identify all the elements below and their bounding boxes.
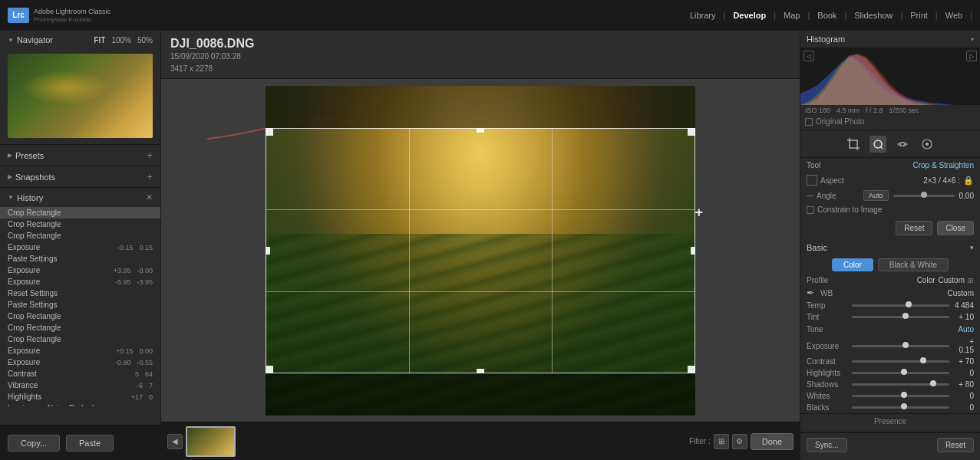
history-item[interactable]: Highlights +170 (0, 391, 160, 402)
filmstrip-settings-btn[interactable]: ⚙ (732, 434, 747, 449)
profile-value[interactable]: Color (917, 276, 935, 284)
wb-row: ✒ WB Custom (800, 286, 980, 300)
crop-handle-mid-right[interactable] (691, 247, 695, 255)
history-item[interactable]: Crop Rectangle (0, 207, 160, 219)
history-item[interactable]: Crop Rectangle (0, 310, 160, 322)
temp-slider[interactable] (852, 304, 949, 307)
rp-reset-button[interactable]: Reset (937, 438, 974, 452)
crop-handle-mid-left[interactable] (266, 247, 270, 255)
filmstrip-collapse-btn[interactable]: ◀ (167, 434, 183, 449)
history-item[interactable]: Vibrance -67 (0, 380, 160, 391)
nav-web[interactable]: Web (939, 8, 968, 23)
angle-value: 0.00 (959, 192, 974, 200)
history-item[interactable]: Crop Rectangle (0, 230, 160, 242)
fit-btn[interactable]: FIT (94, 36, 105, 44)
histogram-header[interactable]: Histogram ▾ (800, 31, 980, 48)
history-item[interactable]: Contrast 564 (0, 368, 160, 380)
crop-image-container[interactable]: + (266, 86, 695, 416)
nav-book[interactable]: Book (811, 8, 843, 23)
crop-close-btn[interactable]: Close (937, 221, 974, 235)
snapshots-header[interactable]: ▶ Snapshots + (0, 166, 160, 187)
eyedropper-icon[interactable]: ✒ (807, 288, 814, 298)
history-item[interactable]: Paste Settings (0, 253, 160, 264)
spot-removal-tool[interactable] (869, 136, 886, 153)
history-item[interactable]: Luminance Noise Reduction +55 (0, 402, 160, 406)
filmstrip-thumbnail-active[interactable] (186, 426, 236, 457)
basic-title: Basic (807, 243, 827, 252)
presets-add-btn[interactable]: + (147, 150, 153, 161)
image-date: 15/09/2020 07:03:28 (170, 51, 790, 63)
history-item[interactable]: Crop Rectangle (0, 334, 160, 345)
nav-print[interactable]: Print (904, 8, 934, 23)
contrast-value: + 70 (952, 357, 974, 366)
history-item[interactable]: Crop Rectangle (0, 219, 160, 230)
crop-handle-bottom-mid[interactable] (477, 369, 484, 373)
whites-slider-row: Whites 0 (800, 390, 980, 402)
logo-text: Lrc (12, 11, 25, 19)
histogram-title: Histogram (807, 34, 845, 44)
focal-value: 4.5 mm (836, 107, 860, 114)
red-eye-tool[interactable] (894, 136, 911, 153)
image-dimensions: 3417 x 2278 (170, 63, 790, 75)
sync-button[interactable]: Sync... (807, 438, 847, 452)
tint-slider[interactable] (852, 316, 949, 318)
percent-100-btn[interactable]: 100% (111, 36, 131, 44)
masking-tool[interactable] (919, 136, 935, 153)
profile-custom[interactable]: Custom (939, 276, 965, 284)
original-photo-checkbox[interactable] (805, 118, 813, 126)
tool-label-row: Tool Crop & Straighten (800, 158, 980, 172)
snapshots-add-btn[interactable]: + (147, 171, 153, 182)
treatment-color-btn[interactable]: Color (832, 258, 873, 271)
history-item[interactable]: Paste Settings (0, 299, 160, 310)
blacks-slider[interactable] (852, 406, 949, 409)
presets-section: ▶ Presets + (0, 145, 160, 166)
done-button[interactable]: Done (751, 433, 794, 450)
highlights-slider[interactable] (852, 372, 949, 374)
whites-value: 0 (952, 392, 974, 400)
crop-overlay-tool[interactable] (845, 136, 862, 153)
treatment-bw-btn[interactable]: Black & White (878, 258, 949, 271)
constrain-row: Constrain to Image (800, 203, 980, 216)
contrast-label: Contrast (807, 357, 849, 366)
profile-grid-icon[interactable]: ⊞ (968, 277, 974, 284)
history-item[interactable]: Exposure -0.150.15 (0, 242, 160, 253)
history-close-btn[interactable]: ✕ (146, 192, 153, 202)
crop-reset-btn[interactable]: Reset (896, 221, 932, 235)
angle-auto-btn[interactable]: Auto (863, 190, 889, 201)
nav-library[interactable]: Library (684, 8, 722, 23)
navigator-header[interactable]: ▼ Navigator FIT 100% 50% (0, 31, 160, 49)
exposure-slider[interactable] (852, 345, 949, 347)
constrain-checkbox[interactable] (807, 206, 814, 214)
history-item[interactable]: Reset Settings (0, 288, 160, 299)
aspect-value[interactable]: 2×3 / 4×6 : (923, 176, 960, 185)
history-item[interactable]: Crop Rectangle (0, 322, 160, 334)
copy-button[interactable]: Copy... (8, 435, 60, 452)
filmstrip-grid-btn[interactable]: ⊞ (714, 434, 729, 449)
contrast-slider[interactable] (852, 360, 949, 363)
right-panel: Histogram ▾ ◁ ▷ (800, 31, 980, 460)
wb-value[interactable]: Custom (948, 289, 974, 297)
paste-button[interactable]: Paste (66, 435, 114, 452)
nav-map[interactable]: Map (777, 8, 806, 23)
shadows-slider[interactable] (852, 383, 949, 386)
history-header[interactable]: ▼ History ✕ (0, 188, 160, 207)
whites-slider[interactable] (852, 395, 949, 397)
history-item[interactable]: Exposure +3.95-0.00 (0, 264, 160, 276)
nav-develop[interactable]: Develop (727, 8, 772, 23)
aspect-lock-icon[interactable]: 🔒 (963, 176, 974, 186)
histogram-clipping-shadows[interactable]: ◁ (803, 51, 814, 61)
presets-header[interactable]: ▶ Presets + (0, 145, 160, 166)
tone-auto-btn[interactable]: Auto (958, 325, 974, 334)
history-title: History (17, 193, 43, 202)
history-item[interactable]: Exposure -0.80-0.55 (0, 356, 160, 368)
histogram-clipping-highlights[interactable]: ▷ (966, 51, 977, 61)
nav-slideshow[interactable]: Slideshow (848, 8, 899, 23)
tool-label-text: Tool (807, 161, 820, 169)
history-item[interactable]: Exposure +0.150.00 (0, 345, 160, 356)
right-panel-bottom: Sync... Reset (800, 432, 980, 457)
angle-slider[interactable] (893, 195, 955, 197)
crop-handle-top-mid[interactable] (477, 128, 484, 133)
percent-50-btn[interactable]: 50% (137, 36, 153, 44)
history-item[interactable]: Exposure -5.95-3.95 (0, 276, 160, 288)
basic-header[interactable]: Basic ▾ (800, 240, 980, 255)
